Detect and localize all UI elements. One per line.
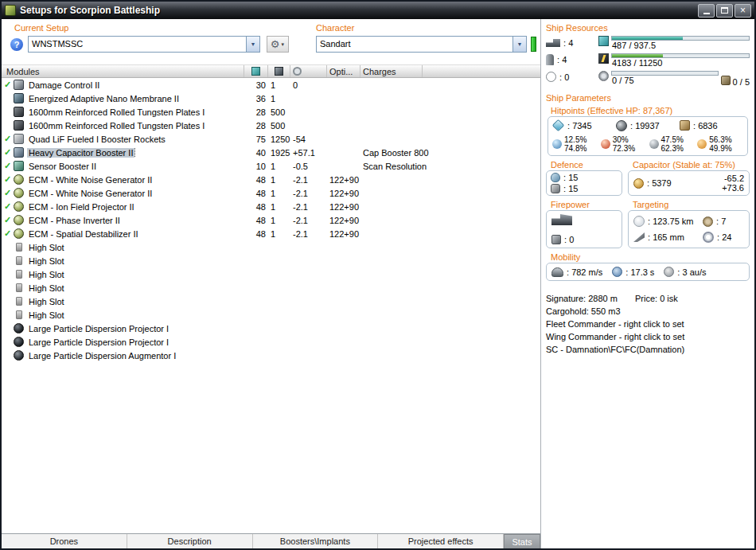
module-cap-value: -0.5 [290,162,327,171]
ecm-icon [14,215,24,225]
cpu-bar-fill [612,37,683,40]
rig-augmentor-icon [14,350,24,361]
calibration-usage-text: 0 / 75 [611,76,719,86]
module-row[interactable]: 1600mm Reinforced Rolled Tungsten Plates… [2,119,540,132]
module-powergrid-value: 1925 [268,148,290,158]
close-button[interactable]: × [735,4,751,18]
module-optimal-value: 122+90 [327,175,360,185]
maximize-button[interactable] [716,4,733,18]
powergrid-bar: 4183 / 11250 [611,53,750,68]
cpu-column-header[interactable] [244,65,268,77]
armor-kinetic-resist: 62.3% [661,144,684,153]
module-row[interactable]: High Slot [2,295,540,308]
module-cpu-value: 40 [244,148,268,158]
module-row[interactable]: ✓ ECM - White Noise Generator II 48 1 -2… [2,186,540,200]
module-row[interactable]: High Slot [2,267,540,281]
optimal-column-header[interactable]: Opti... [327,65,360,77]
module-row[interactable]: ✓ ECM - White Noise Generator II 48 1 -2… [2,173,540,186]
module-charges-value: Scan Resolution [360,162,540,171]
module-row[interactable]: High Slot [2,308,540,322]
hitpoints-box: 7345 19937 6836 12.5% [548,116,748,156]
targeting-range-icon [633,216,645,227]
module-name: High Slot [27,310,66,320]
scan-resolution-value: 165 mm [648,232,684,242]
module-powergrid-value: 1 [268,216,290,225]
module-cpu-value: 36 [244,94,268,103]
module-cpu-value: 28 [244,107,268,117]
setup-combo[interactable]: WNSTMSSC ▼ [28,36,260,53]
firepower-volley: 0 [551,235,617,244]
tab-projected-effects[interactable]: Projected effects [378,534,504,548]
module-row[interactable]: Large Particle Dispersion Projector I [2,335,540,349]
module-cpu-value: 48 [244,189,268,198]
shield-icon [552,119,565,132]
module-row[interactable]: ✓ ECM - Phase Inverter II 48 1 -2.1 122+… [2,213,540,227]
wing-commander-text[interactable]: Wing Commander - right click to set [546,330,750,343]
module-name: Sensor Booster II [27,162,98,171]
module-row[interactable]: 1600mm Reinforced Rolled Tungsten Plates… [2,105,540,119]
tools-button[interactable]: ⚙ ▼ [267,36,289,53]
armor-defence: 15 [551,184,618,193]
explosive-damage-icon [697,139,707,149]
hull-icon [680,120,690,131]
defence-box: 15 15 [546,170,622,196]
capacitor-battery-icon [633,178,644,189]
tab-drones[interactable]: Drones [2,534,127,548]
shield-defence-value: 15 [563,173,578,182]
module-row[interactable]: ✓ ECM - Spatial Destabilizer II 48 1 -2.… [2,227,540,240]
character-combo[interactable]: Sandart ▼ [316,36,527,53]
module-row[interactable]: ✓ ECM - Ion Field Projector II 48 1 -2.1… [2,200,540,213]
launcher-hardpoints-icon [546,54,554,65]
module-cap-value: -2.1 [290,202,327,212]
max-velocity-icon [551,267,563,277]
firepower-volley-value: 0 [564,235,574,244]
module-name: Large Particle Dispersion Projector I [27,337,170,347]
titlebar[interactable]: Setups for Scorpion Battleship × [2,2,754,19]
armor-hitpoints: 19937 [616,120,680,131]
shield-hitpoints: 7345 [552,119,616,131]
armor-defence-icon [551,184,560,193]
setup-combo-arrow-icon[interactable]: ▼ [246,37,259,52]
minimize-button[interactable] [698,4,715,18]
modules-table-header: Modules Opti... Charges [2,64,540,78]
module-row[interactable]: High Slot [2,240,540,254]
module-row[interactable]: ✓ Sensor Booster II 10 1 -0.5 Scan Resol… [2,159,540,173]
module-row[interactable]: ✓ Heavy Capacitor Booster II 40 1925 +57… [2,146,540,159]
character-combo-arrow-icon[interactable]: ▼ [512,37,526,52]
capacitor-column-header[interactable] [290,65,327,77]
turret-hardpoints-value: 4 [563,38,573,48]
tab-stats[interactable]: Stats [504,534,540,548]
module-name: Heavy Capacitor Booster II [27,148,134,158]
tab-description[interactable]: Description [127,534,253,548]
high-slot-icon [16,310,22,319]
sensor-strength-icon [703,232,714,243]
tab-boosters-implants[interactable]: Boosters\Implants [253,534,379,548]
module-row[interactable]: High Slot [2,281,540,295]
module-name: High Slot [27,270,66,279]
firepower-label: Firepower [551,200,622,209]
modules-column-header[interactable]: Modules [2,65,244,77]
shield-explosive-resist: 56.3% [709,135,731,144]
module-row[interactable]: ✓ Damage Control II 30 1 0 [2,78,540,92]
charges-column-header[interactable]: Charges [360,65,423,77]
squad-commander-text[interactable]: SC - Damnation\FC\FC(Damnation) [546,343,750,356]
module-row[interactable]: Large Particle Dispersion Augmentor I [2,349,540,362]
module-row[interactable]: ✓ Quad LiF Fueled I Booster Rockets 75 1… [2,132,540,146]
capacitor-label: Capacitor (Stable at: 75%) [633,160,750,170]
capacitor-usage-value: -65.2 [724,174,744,183]
module-row[interactable]: Energized Adaptive Nano Membrane II 36 1 [2,92,540,105]
powergrid-column-header[interactable] [268,65,290,77]
sensor-strength-value: 24 [717,232,731,242]
active-check-icon: ✓ [2,228,14,239]
armor-plate-icon [14,120,24,131]
hull-hitpoints: 6836 [680,120,743,131]
defence-label: Defence [551,160,622,170]
module-name: Large Particle Dispersion Augmentor I [27,351,177,361]
armor-plate-icon [14,107,24,117]
help-button[interactable]: ? [10,38,23,51]
price-text: Price: 0 isk [635,292,678,305]
module-row[interactable]: High Slot [2,254,540,267]
modules-list: ✓ Damage Control II 30 1 0 Energized Ada… [2,78,540,533]
fleet-commander-text[interactable]: Fleet Commander - right click to set [546,318,750,330]
module-row[interactable]: Large Particle Dispersion Projector I [2,322,540,335]
